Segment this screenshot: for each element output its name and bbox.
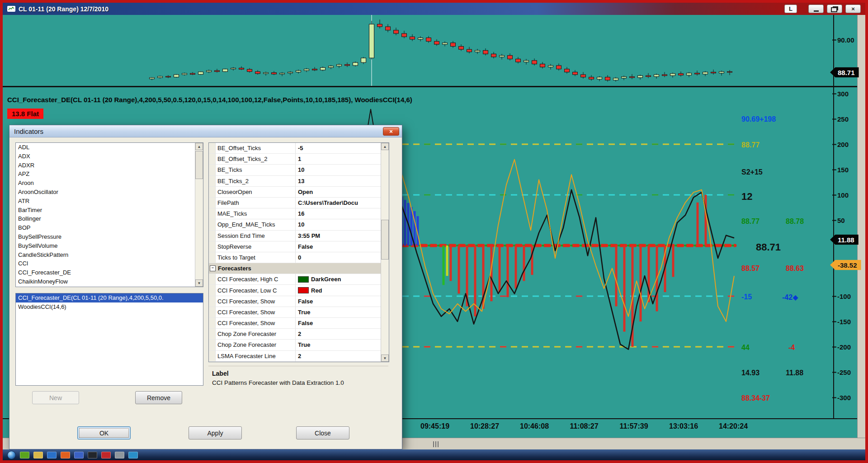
collapse-icon[interactable]: − [210,265,216,271]
property-value[interactable]: False [296,243,381,250]
scroll-up-icon[interactable]: ▲ [381,143,389,150]
property-value[interactable]: -5 [296,145,381,151]
property-value[interactable]: C:\Users\Trader\Docu [296,199,381,206]
property-row[interactable]: Chop Zone ForecasterTrue [209,340,381,350]
property-row[interactable]: Session End Time3:55 PM [209,231,381,241]
indicator-list-item[interactable]: CandleStickPattern [16,250,195,260]
property-value[interactable]: 10 [296,166,381,173]
property-row[interactable]: CCI Forecaster, ShowFalse [209,318,381,329]
ok-button[interactable]: OK [77,426,131,439]
property-value[interactable]: 10 [296,221,381,228]
property-name[interactable]: Ticks to Target [216,254,295,261]
property-row[interactable]: StopReverseFalse [209,241,381,252]
property-row[interactable]: CloseorOpenOpen [209,187,381,198]
list-scrollbar[interactable]: ▲ ▼ [195,143,203,287]
property-value[interactable]: 1 [296,156,381,162]
selected-indicator-item[interactable]: CCI_Forecaster_DE(CL 01-11 (20 Range),4,… [16,293,203,302]
restore-button[interactable] [827,5,842,13]
close-button[interactable]: Close [296,426,349,439]
property-value[interactable]: False [296,298,381,305]
property-row[interactable]: Ticks to Target0 [209,252,381,263]
property-row[interactable]: BE_Offset_Ticks-5 [209,143,381,154]
taskbar-app-folder-icon[interactable] [33,452,43,458]
indicator-list-item[interactable]: ADL [16,143,195,152]
scroll-thumb[interactable] [195,151,203,179]
indicator-list-item[interactable]: Bollinger [16,214,195,223]
indicator-list-item[interactable]: CCI [16,259,195,268]
property-row[interactable]: FilePathC:\Users\Trader\Docu [209,198,381,208]
property-name[interactable]: CCI Forecaster, Show [216,298,295,305]
indicator-list-item[interactable]: BuySellVolume [16,241,195,250]
property-row[interactable]: BE_Ticks_213 [209,176,381,187]
property-value[interactable]: 0 [296,254,381,261]
property-name[interactable]: CCI Forecaster, Show [216,320,295,326]
vertical-scrollbar[interactable] [857,15,865,438]
window-close-button[interactable]: × [845,5,861,13]
taskbar-app-teal-icon[interactable] [128,452,138,458]
selected-indicator-item[interactable]: WoodiesCCI(14,6) [16,302,203,312]
taskbar-app-gray-icon[interactable] [115,452,124,458]
taskbar-app-dark-icon[interactable] [88,452,97,458]
property-name[interactable]: CloseorOpen [216,189,295,195]
property-name[interactable]: MAE_Ticks [216,210,295,217]
taskbar-app-browser-icon[interactable] [47,452,57,458]
property-name[interactable]: Opp_End_MAE_Ticks [216,221,295,228]
property-name[interactable]: CCI Forecaster, Show [216,309,295,316]
scroll-thumb[interactable] [381,220,389,260]
property-row[interactable]: Opp_End_MAE_Ticks10 [209,219,381,230]
property-name[interactable]: StopReverse [216,243,295,250]
window-titlebar[interactable]: CL 01-11 (20 Range) 12/7/2010 L × [3,3,865,15]
taskbar-app-blue-icon[interactable] [74,452,84,458]
property-value[interactable]: 2 [296,353,381,359]
property-value[interactable]: True [296,341,381,348]
property-row[interactable]: Chop Zone Forecaster2 [209,329,381,340]
taskbar-app-chart-icon[interactable] [20,452,29,458]
property-name[interactable]: Session End Time [216,232,295,239]
property-row[interactable]: CCI Forecaster, ShowTrue [209,307,381,318]
property-value[interactable]: 16 [296,210,381,217]
property-name[interactable]: BE_Ticks [216,166,295,173]
property-row[interactable]: BE_Offset_Ticks_21 [209,154,381,165]
scroll-up-icon[interactable]: ▲ [195,143,203,150]
l-button[interactable]: L [784,5,797,13]
apply-button[interactable]: Apply [189,426,242,439]
remove-button[interactable]: Remove [135,391,182,404]
property-value[interactable]: 13 [296,178,381,184]
property-value[interactable]: DarkGreen [296,276,381,283]
indicator-list-item[interactable]: APZ [16,170,195,179]
property-name[interactable]: BE_Ticks_2 [216,178,295,184]
indicator-list-item[interactable]: BarTimer [16,206,195,215]
property-row[interactable]: MAE_Ticks16 [209,208,381,219]
property-name[interactable]: BE_Offset_Ticks [216,145,295,151]
property-group-row[interactable]: −Forecasters [209,263,381,274]
indicator-list-item[interactable]: ADXR [16,161,195,170]
indicator-list-item[interactable]: Aroon [16,179,195,188]
dialog-titlebar[interactable]: Indicators × [9,125,402,137]
property-row[interactable]: CCI Forecaster, ShowFalse [209,296,381,307]
property-row[interactable]: CCI Forecaster, Low CRed [209,285,381,296]
dialog-close-button[interactable]: × [383,127,399,136]
indicator-list-item[interactable]: ChaikinMoneyFlow [16,277,195,286]
indicator-list-item[interactable]: AroonOscillator [16,188,195,197]
grid-scrollbar[interactable]: ▲ ▼ [381,143,389,362]
property-value[interactable]: False [296,320,381,326]
property-value[interactable]: Red [296,287,381,294]
property-row[interactable]: BE_Ticks10 [209,165,381,175]
property-name[interactable]: Chop Zone Forecaster [216,341,295,348]
minimize-button[interactable] [808,5,824,13]
property-row[interactable]: LSMA Forecaster Line2 [209,351,381,362]
start-button[interactable] [7,451,16,459]
property-name[interactable]: BE_Offset_Ticks_2 [216,156,295,162]
property-value[interactable]: 2 [296,331,381,337]
property-value[interactable]: 3:55 PM [296,232,381,239]
property-name[interactable]: LSMA Forecaster Line [216,353,295,359]
indicator-list-item[interactable]: ATR [16,197,195,206]
property-name[interactable]: CCI Forecaster, Low C [216,287,295,294]
taskbar-app-red-icon[interactable] [101,452,111,458]
indicator-list-item[interactable]: BOP [16,223,195,232]
scroll-down-icon[interactable]: ▼ [381,354,389,362]
new-button[interactable]: New [32,391,79,404]
property-value[interactable]: True [296,309,381,316]
property-name[interactable]: FilePath [216,199,295,206]
property-name[interactable]: CCI Forecaster, High C [216,276,295,283]
